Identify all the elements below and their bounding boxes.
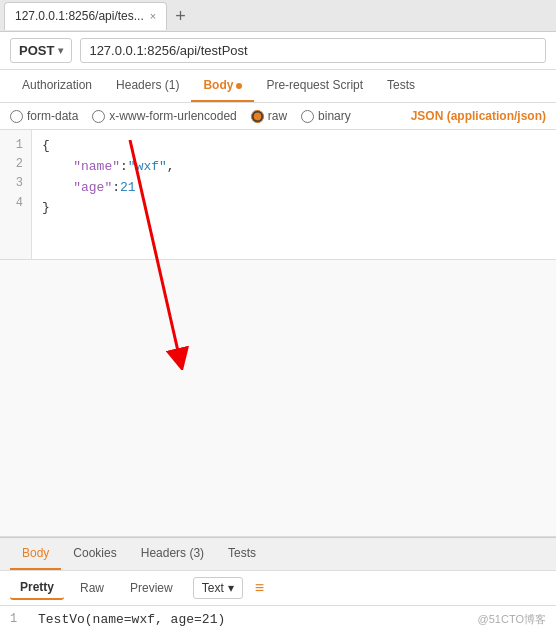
tab-bar: 127.0.0.1:8256/api/tes... × + — [0, 0, 556, 32]
resp-tab-body[interactable]: Body — [10, 538, 61, 570]
app-container: 127.0.0.1:8256/api/tes... × + POST ▾ Aut… — [0, 0, 556, 633]
tab-body[interactable]: Body — [191, 70, 254, 102]
resp-tab-cookies[interactable]: Cookies — [61, 538, 128, 570]
resp-tab-headers[interactable]: Headers (3) — [129, 538, 216, 570]
text-format-label: Text — [202, 581, 224, 595]
text-format-dropdown[interactable]: Text ▾ — [193, 577, 243, 599]
code-line-3: "age":21 — [42, 178, 546, 199]
tab-pre-request-script[interactable]: Pre-request Script — [254, 70, 375, 102]
response-body: 1 TestVo(name=wxf, age=21) — [0, 606, 556, 633]
request-tabs: Authorization Headers (1) Body Pre-reque… — [0, 70, 556, 103]
body-dot-indicator — [236, 83, 242, 89]
radio-binary[interactable]: binary — [301, 109, 351, 123]
pretty-button[interactable]: Pretty — [10, 576, 64, 600]
preview-button[interactable]: Preview — [120, 577, 183, 599]
code-line-4: } — [42, 198, 546, 219]
body-options: form-data x-www-form-urlencoded raw bina… — [0, 103, 556, 130]
radio-raw[interactable]: raw — [251, 109, 287, 123]
response-toolbar: Pretty Raw Preview Text ▾ ≡ — [0, 571, 556, 606]
line-numbers: 1 2 3 4 — [0, 130, 32, 259]
code-body[interactable]: { "name":"wxf", "age":21 } — [32, 130, 556, 259]
response-content: TestVo(name=wxf, age=21) — [38, 612, 546, 627]
code-line-1: { — [42, 136, 546, 157]
method-arrow-icon: ▾ — [58, 45, 63, 56]
url-input[interactable] — [80, 38, 546, 63]
tab-tests[interactable]: Tests — [375, 70, 427, 102]
line-num-2: 2 — [8, 155, 23, 174]
response-line-num: 1 — [10, 612, 30, 627]
resp-tab-tests[interactable]: Tests — [216, 538, 268, 570]
empty-area — [0, 260, 556, 537]
line-num-1: 1 — [8, 136, 23, 155]
line-num-3: 3 — [8, 174, 23, 193]
radio-form-data[interactable]: form-data — [10, 109, 78, 123]
radio-urlencoded[interactable]: x-www-form-urlencoded — [92, 109, 236, 123]
tab-label: 127.0.0.1:8256/api/tes... — [15, 9, 144, 23]
text-dropdown-arrow-icon: ▾ — [228, 581, 234, 595]
filter-icon[interactable]: ≡ — [255, 579, 264, 597]
method-dropdown[interactable]: POST ▾ — [10, 38, 72, 63]
watermark: @51CTO博客 — [478, 612, 546, 627]
json-type-label: JSON (application/json) — [411, 109, 546, 123]
line-num-4: 4 — [8, 194, 23, 213]
tab-headers[interactable]: Headers (1) — [104, 70, 191, 102]
active-tab[interactable]: 127.0.0.1:8256/api/tes... × — [4, 2, 167, 30]
close-tab-button[interactable]: × — [150, 10, 156, 22]
raw-button[interactable]: Raw — [70, 577, 114, 599]
new-tab-button[interactable]: + — [169, 7, 192, 25]
url-bar: POST ▾ — [0, 32, 556, 70]
method-label: POST — [19, 43, 54, 58]
code-line-2: "name":"wxf", — [42, 157, 546, 178]
code-editor[interactable]: 1 2 3 4 { "name":"wxf", "age":21 } — [0, 130, 556, 260]
tab-authorization[interactable]: Authorization — [10, 70, 104, 102]
response-tabs: Body Cookies Headers (3) Tests — [0, 537, 556, 571]
